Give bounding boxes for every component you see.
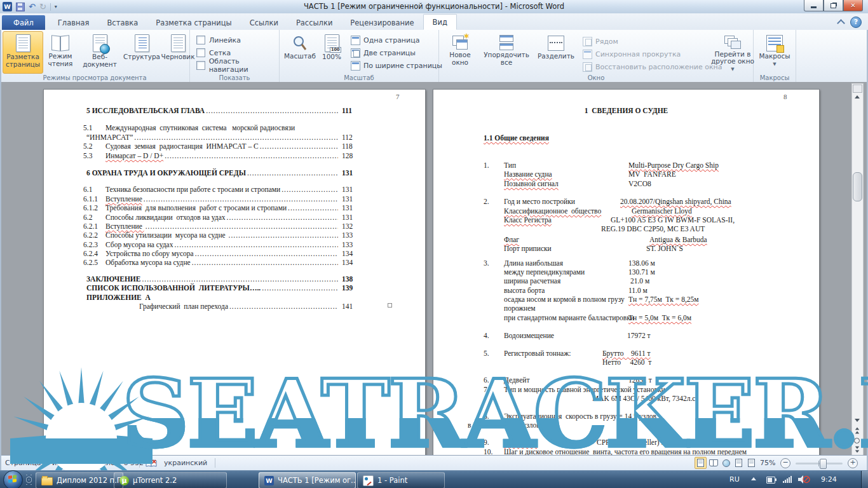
ruler-checkbox[interactable] [196,36,205,44]
info-value: 17972 т [625,331,651,340]
volume-muted-icon[interactable] [798,475,811,484]
draft-view-button[interactable] [745,457,757,469]
outline-icon [135,34,149,52]
info-row: 8.Эксплуатационная скорость в грузу = 14… [433,412,819,421]
toc-num: 5.2 [83,142,105,151]
one-page-button[interactable]: Одна страница [351,34,442,46]
word-count[interactable]: Число слов: 6 532 [78,459,144,467]
hidden-icons-arrow[interactable] [751,477,756,480]
battery-icon[interactable] [766,477,775,484]
tab-references[interactable]: Ссылки [241,15,287,30]
tab-file[interactable]: Файл [2,15,45,30]
zoom-out-button[interactable]: − [780,458,790,468]
taskbar-button-word[interactable]: W ЧАСТЬ 1 [Режим ог... [259,472,356,488]
minimize-button[interactable] [804,0,824,11]
zoom-button[interactable]: Масштаб [283,31,316,73]
info-value: MV FANFARE [628,170,676,179]
toc-list: 5 ИССЛЕДОВАТЕЛЬСКАЯ ГЛАВА1115.1Междунаро… [44,106,425,311]
arrange-all-button[interactable]: Упорядочить все [478,31,534,73]
zoom-100-button[interactable]: 100 100% [318,31,346,73]
navigation-pane-checkbox-row[interactable]: Область навигации [190,59,279,72]
zoom-level[interactable]: 75% [760,459,775,467]
toc-row: 6 ОХРАНА ТРУДА И ОКРУЖАЮЩЕЙ СРЕДЫ131 [44,168,425,177]
zoom-in-button[interactable]: + [848,458,858,468]
outline-button[interactable]: Структура [123,31,160,73]
macros-button[interactable]: Макросы ▼ [756,31,793,73]
navigation-pane-checkbox[interactable] [196,61,205,70]
select-browse-object-button[interactable] [852,436,862,445]
language-indicator[interactable]: украинский [164,459,207,467]
info-value: Тн = 5,0м Тк = 6,0м [628,313,691,322]
web-layout-button[interactable]: Веб-документ [78,31,122,73]
split-button[interactable]: Разделить [536,31,576,73]
document-page-7[interactable]: 7 5 ИССЛЕДОВАТЕЛЬСКАЯ ГЛАВА1115.1Междуна… [43,89,426,455]
page-width-button[interactable]: По ширине страницы [351,59,442,72]
print-layout-view-button[interactable] [695,457,707,469]
title-bar: W ↶ ↻ ▾ ЧАСТЬ 1 [Режим ограниченной функ… [0,0,868,14]
network-signal-icon[interactable] [783,476,792,483]
print-layout-button[interactable]: Разметка страницы [3,31,43,74]
info-value: CPP (Pitch propeller) ВРШ [597,438,677,447]
toc-leader [288,203,338,212]
toc-row: 6.1.1Вступление131 [44,194,425,203]
fullscreen-reading-button[interactable]: Режим чтения [44,31,76,73]
toc-text: Инмарсат – D / D+ [105,151,163,160]
toc-num: 5.1 [83,123,105,132]
scroll-up-button[interactable] [852,92,862,102]
toc-page-ref: 131 [339,213,366,222]
restore-button[interactable] [824,0,843,11]
magnifier-icon [292,35,308,51]
previous-page-button[interactable] [852,426,862,435]
gridlines-checkbox[interactable] [196,48,205,57]
zoom-slider-track[interactable] [796,463,843,464]
toc-row: Графический план перехода141 [44,302,425,311]
toc-page-ref: 111 [339,106,366,115]
new-window-button[interactable]: ✶ Новое окно [443,31,477,73]
tab-review[interactable]: Рецензирование [341,15,423,30]
switch-windows-button[interactable]: Перейти в другое окно ▼ [709,31,757,73]
outline-view-button[interactable] [733,457,745,469]
toc-text: Способы ликвидации отходов на удах [105,213,226,222]
info-label: Водоизмещение [504,331,554,340]
tab-view[interactable]: Вид [423,14,457,30]
clock[interactable]: 9:24 [821,475,837,484]
proofing-icon[interactable] [146,459,157,468]
scrollbar-thumb[interactable] [853,172,862,201]
two-pages-button[interactable]: Две страницы [351,46,442,59]
toc-page-ref: 134 [339,249,366,258]
toc-text: Способы утилизации мусора на судне [105,231,227,240]
web-view-button[interactable] [720,457,732,469]
show-desktop-button[interactable] [861,471,868,488]
help-icon[interactable]: ? [850,17,862,28]
tab-home[interactable]: Главная [49,15,98,30]
zoom-slider-thumb[interactable] [820,459,827,469]
ruler-checkbox-row[interactable]: Линейка [190,34,241,46]
collapse-ribbon-icon[interactable] [837,19,845,27]
taskbar-button-folder[interactable]: Диплом 2012 п.Пир... [36,472,123,488]
reading-mode-icon [51,36,69,51]
toc-row: 5.1Международная спутниковая система мор… [44,123,425,132]
toc-leader [142,274,338,283]
group-label-show: Показать [190,74,279,81]
fullscreen-view-button[interactable] [707,457,719,469]
scroll-down-button[interactable] [852,416,862,425]
next-page-button[interactable] [852,445,862,454]
tab-page-layout[interactable]: Разметка страницы [147,15,240,30]
document-page-8[interactable]: 8 1 СВЕДЕНИЯ О СУДНЕ 1.1 Общие сведения … [433,89,820,455]
toc-page-ref: 138 [339,274,366,283]
taskbar-button-paint[interactable]: 1 - Paint [357,472,445,488]
tab-mailings[interactable]: Рассылки [287,15,341,30]
language-switcher[interactable]: RU [729,475,740,484]
start-button[interactable] [3,470,23,488]
info-value: GL+100 A5 E3 G IW BWM-F SOLAS-II, [611,215,735,224]
vertical-scrollbar[interactable] [851,83,864,455]
tab-insert[interactable]: Вставка [98,15,147,30]
taskbar-button-utorrent[interactable]: µ µTorrent 2.2 [114,472,227,488]
info-label: ширина расчетная [504,276,560,285]
close-button[interactable]: ✕ [843,0,863,11]
one-page-icon [351,36,360,45]
toc-row: “ИНМАРСАТ”112 [44,133,425,142]
page-indicator[interactable]: Страница: 6 из 29 [5,459,72,467]
toc-leader [134,133,338,142]
side-by-side-icon [583,37,592,46]
